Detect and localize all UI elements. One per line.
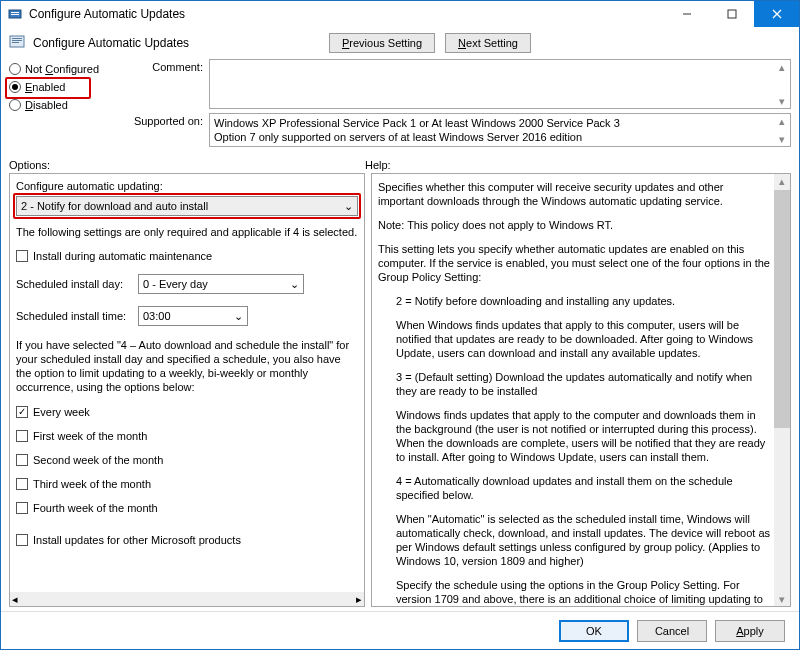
checkbox-icon [16, 430, 28, 442]
scroll-down-icon[interactable]: ▾ [774, 94, 790, 108]
checkbox-icon [16, 250, 28, 262]
scroll-right-icon: ▸ [356, 593, 362, 606]
scroll-up-icon[interactable]: ▴ [774, 60, 790, 74]
third-week-checkbox[interactable]: Third week of the month [16, 478, 358, 490]
limit-note: If you have selected "4 – Auto download … [16, 338, 358, 394]
app-icon [7, 6, 23, 22]
svg-rect-9 [12, 40, 22, 41]
dialog-footer: OK Cancel Apply [1, 611, 799, 649]
other-ms-label: Install updates for other Microsoft prod… [33, 534, 241, 546]
install-maintenance-label: Install during automatic maintenance [33, 250, 212, 262]
help-p: When Windows finds updates that apply to… [378, 318, 770, 360]
scroll-left-icon: ◂ [12, 593, 18, 606]
svg-rect-7 [10, 36, 24, 47]
third-week-label: Third week of the month [33, 478, 151, 490]
checkbox-icon [16, 534, 28, 546]
supported-label: Supported on: [129, 113, 209, 127]
radio-icon [9, 81, 21, 93]
scroll-down-icon: ▾ [774, 592, 790, 606]
first-week-checkbox[interactable]: First week of the month [16, 430, 358, 442]
cancel-button[interactable]: Cancel [637, 620, 707, 642]
help-v-scrollbar[interactable]: ▴ ▾ [774, 174, 790, 606]
next-setting-button[interactable]: Next Setting [445, 33, 531, 53]
header-row: Configure Automatic Updates Previous Set… [1, 27, 799, 57]
policy-icon [9, 34, 25, 52]
comment-field[interactable]: ▴▾ [209, 59, 791, 109]
help-label: Help: [365, 159, 391, 171]
page-title: Configure Automatic Updates [33, 36, 189, 50]
window-title: Configure Automatic Updates [29, 7, 664, 21]
help-p: Specifies whether this computer will rec… [378, 180, 770, 208]
comment-label: Comment: [129, 59, 209, 73]
checkbox-icon [16, 406, 28, 418]
chevron-down-icon: ⌄ [344, 200, 353, 213]
help-pane: Specifies whether this computer will rec… [371, 173, 791, 607]
sched-day-select[interactable]: 0 - Every day ⌄ [138, 274, 304, 294]
sched-time-value: 03:00 [143, 310, 171, 322]
fourth-week-checkbox[interactable]: Fourth week of the month [16, 502, 358, 514]
previous-setting-button[interactable]: Previous Setting [329, 33, 435, 53]
state-radios: Not Configured Enabled Disabled [9, 59, 129, 151]
help-p: When "Automatic" is selected as the sche… [378, 512, 770, 568]
configure-updating-select[interactable]: 2 - Notify for download and auto install… [16, 196, 358, 216]
sched-day-value: 0 - Every day [143, 278, 208, 290]
radio-disabled[interactable]: Disabled [9, 99, 129, 111]
ok-button[interactable]: OK [559, 620, 629, 642]
window-controls [664, 1, 799, 27]
help-p: Windows finds updates that apply to the … [378, 408, 770, 464]
maximize-button[interactable] [709, 1, 754, 27]
svg-rect-2 [11, 14, 19, 15]
radio-enabled[interactable]: Enabled [9, 81, 129, 93]
supported-value: Windows XP Professional Service Pack 1 o… [214, 117, 620, 143]
scroll-up-icon[interactable]: ▴ [774, 114, 790, 128]
help-p: 4 = Automatically download updates and i… [378, 474, 770, 502]
options-label: Options: [9, 159, 365, 171]
configure-updating-value: 2 - Notify for download and auto install [21, 200, 208, 212]
fourth-week-label: Fourth week of the month [33, 502, 158, 514]
checkbox-icon [16, 478, 28, 490]
radio-icon [9, 99, 21, 111]
install-maintenance-checkbox[interactable]: Install during automatic maintenance [16, 250, 358, 262]
configure-updating-label: Configure automatic updating: [16, 180, 358, 192]
other-ms-checkbox[interactable]: Install updates for other Microsoft prod… [16, 534, 358, 546]
help-p: This setting lets you specify whether au… [378, 242, 770, 284]
svg-rect-4 [728, 10, 736, 18]
first-week-label: First week of the month [33, 430, 147, 442]
title-bar: Configure Automatic Updates [1, 1, 799, 27]
svg-rect-10 [12, 42, 19, 43]
help-p: 3 = (Default setting) Download the updat… [378, 370, 770, 398]
panes: Configure automatic updating: 2 - Notify… [1, 173, 799, 611]
sched-time-label: Scheduled install time: [16, 310, 132, 322]
chevron-down-icon: ⌄ [290, 278, 299, 291]
supported-field: Windows XP Professional Service Pack 1 o… [209, 113, 791, 147]
section-labels: Options: Help: [1, 151, 799, 173]
every-week-label: Every week [33, 406, 90, 418]
help-p: 2 = Notify before downloading and instal… [378, 294, 770, 308]
meta-column: Comment: ▴▾ Supported on: Windows XP Pro… [129, 59, 791, 151]
options-pane: Configure automatic updating: 2 - Notify… [9, 173, 365, 607]
state-row: Not Configured Enabled Disabled Comment:… [1, 57, 799, 151]
scroll-down-icon[interactable]: ▾ [774, 132, 790, 146]
dialog-window: Configure Automatic Updates Configure Au… [0, 0, 800, 650]
checkbox-icon [16, 454, 28, 466]
svg-rect-1 [11, 12, 19, 13]
options-h-scrollbar[interactable]: ◂ ▸ [10, 592, 364, 606]
every-week-checkbox[interactable]: Every week [16, 406, 358, 418]
second-week-label: Second week of the month [33, 454, 163, 466]
radio-not-configured[interactable]: Not Configured [9, 63, 129, 75]
close-button[interactable] [754, 1, 799, 27]
sched-time-select[interactable]: 03:00 ⌄ [138, 306, 248, 326]
checkbox-icon [16, 502, 28, 514]
help-p: Specify the schedule using the options i… [378, 578, 770, 606]
apply-button[interactable]: Apply [715, 620, 785, 642]
scroll-up-icon: ▴ [774, 174, 790, 188]
help-text: Specifies whether this computer will rec… [372, 174, 790, 606]
svg-rect-8 [12, 38, 22, 39]
required-hint: The following settings are only required… [16, 226, 358, 238]
second-week-checkbox[interactable]: Second week of the month [16, 454, 358, 466]
chevron-down-icon: ⌄ [234, 310, 243, 323]
sched-day-label: Scheduled install day: [16, 278, 132, 290]
scrollbar-thumb[interactable] [774, 190, 790, 428]
minimize-button[interactable] [664, 1, 709, 27]
help-p: Note: This policy does not apply to Wind… [378, 218, 770, 232]
